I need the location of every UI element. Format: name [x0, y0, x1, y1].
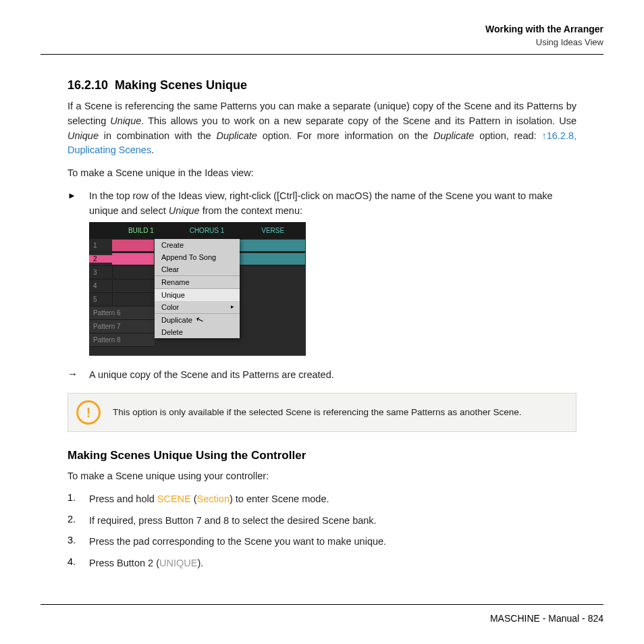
procedure-intro-2: To make a Scene unique using your contro…: [68, 469, 576, 484]
tab-build: BUILD 1: [108, 222, 174, 239]
result-step: A unique copy of the Scene and its Patte…: [68, 368, 576, 383]
info-text: This option is only available if the sel…: [113, 406, 565, 419]
menu-item-unique: Unique: [155, 289, 240, 301]
header-section: Using Ideas View: [41, 37, 603, 47]
section-title: Making Scenes Unique: [115, 78, 247, 92]
figure-left-column: 1 2 3 4 5 Pattern 6 Pattern 7 Pattern 8: [89, 239, 155, 356]
info-callout: ! This option is only available if the s…: [68, 393, 576, 432]
unique-button-label: UNIQUE: [159, 558, 197, 568]
section-number: 16.2.10: [68, 78, 108, 92]
page-footer: MASCHINE - Manual - 824: [41, 604, 603, 624]
tab-verse: VERSE: [240, 222, 306, 239]
menu-item-clear: Clear: [155, 263, 240, 276]
menu-item-append: Append To Song: [155, 251, 240, 263]
list-item-4: 4. Press Button 2 (UNIQUE).: [68, 556, 576, 571]
section-button-label: Section: [197, 493, 230, 504]
scene-button-label: SCENE: [157, 493, 191, 504]
subsection-heading: Making Scenes Unique Using the Controlle…: [68, 449, 576, 462]
screenshot-figure: BUILD 1 CHORUS 1 VERSE 1 2 3 4 5 Pattern…: [89, 222, 306, 356]
step-text: In the top row of the Ideas view, right-…: [89, 189, 576, 219]
menu-item-rename: Rename: [155, 276, 240, 289]
figure-tab-bar: BUILD 1 CHORUS 1 VERSE: [89, 222, 306, 239]
tab-chorus: CHORUS 1: [174, 222, 240, 239]
page-header: Working with the Arranger Using Ideas Vi…: [41, 24, 603, 55]
procedure-intro: To make a Scene unique in the Ideas view…: [68, 166, 576, 181]
procedure-step: In the top row of the Ideas view, right-…: [68, 189, 576, 219]
menu-item-color: Color: [155, 301, 240, 314]
result-text: A unique copy of the Scene and its Patte…: [89, 368, 576, 383]
header-chapter: Working with the Arranger: [41, 24, 603, 34]
list-item-3: 3. Press the pad corresponding to the Sc…: [68, 535, 576, 549]
result-arrow-icon: [68, 368, 89, 379]
info-icon: !: [76, 400, 101, 425]
section-heading: 16.2.10Making Scenes Unique: [68, 78, 576, 92]
list-item-2: 2. If required, press Button 7 and 8 to …: [68, 514, 576, 529]
list-item-1: 1. Press and hold SCENE (Section) to ent…: [68, 492, 576, 507]
intro-paragraph: If a Scene is referencing the same Patte…: [68, 99, 576, 158]
step-bullet-icon: [68, 189, 89, 200]
menu-item-delete: Delete: [155, 326, 240, 338]
menu-item-create: Create: [155, 239, 240, 251]
